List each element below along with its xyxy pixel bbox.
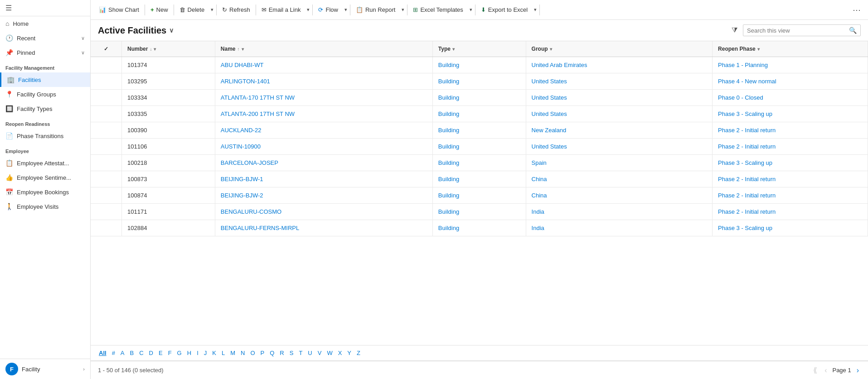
alpha-btn-l[interactable]: L — [219, 348, 228, 358]
facility-link[interactable]: ABU DHABI-WT — [221, 62, 264, 68]
row-name[interactable]: AUSTIN-10900 — [215, 139, 432, 155]
alpha-btn-e[interactable]: E — [156, 348, 165, 358]
sidebar-item-phase-transitions[interactable]: 📄 Phase Transitions — [0, 129, 90, 143]
row-name[interactable]: BENGALURU-COSMO — [215, 204, 432, 220]
row-name[interactable]: ATLANTA-200 17TH ST NW — [215, 106, 432, 122]
alpha-btn-u[interactable]: U — [305, 348, 315, 358]
alpha-btn-all[interactable]: All — [96, 348, 109, 358]
facility-link[interactable]: BENGALURU-COSMO — [221, 208, 281, 215]
facility-link[interactable]: BEIJING-BJW-2 — [221, 192, 263, 199]
row-phase[interactable]: Phase 4 - New normal — [713, 73, 868, 90]
prev-page-button[interactable]: ‹ — [823, 365, 829, 375]
sidebar-item-facility-types[interactable]: 🔲 Facility Types — [0, 101, 90, 116]
alpha-btn-o[interactable]: O — [247, 348, 257, 358]
row-group[interactable]: India — [526, 204, 712, 220]
sidebar-item-employee-sentime[interactable]: 👍 Employee Sentime... — [0, 170, 90, 185]
facility-link[interactable]: BARCELONA-JOSEP — [221, 159, 278, 166]
alpha-btn-c[interactable]: C — [136, 348, 146, 358]
row-checkbox[interactable] — [91, 187, 122, 204]
view-title-chevron[interactable]: ∨ — [169, 27, 174, 34]
facility-link[interactable]: ATLANTA-200 17TH ST NW — [221, 110, 295, 117]
row-checkbox[interactable] — [91, 204, 122, 220]
row-checkbox[interactable] — [91, 155, 122, 171]
row-checkbox[interactable] — [91, 73, 122, 90]
row-group[interactable]: China — [526, 171, 712, 187]
alpha-btn-w[interactable]: W — [324, 348, 335, 358]
alpha-btn-z[interactable]: Z — [354, 348, 363, 358]
alpha-btn-i[interactable]: I — [194, 348, 201, 358]
sidebar-item-employee-visits[interactable]: 🚶 Employee Visits — [0, 199, 90, 214]
th-reopen-phase[interactable]: Reopen Phase ▾ — [713, 41, 868, 57]
alpha-btn-b[interactable]: B — [127, 348, 137, 358]
row-phase[interactable]: Phase 2 - Initial return — [713, 187, 868, 204]
run-report-button[interactable]: 📋 Run Report — [351, 4, 400, 16]
row-phase[interactable]: Phase 3 - Scaling up — [713, 155, 868, 171]
row-group[interactable]: Spain — [526, 155, 712, 171]
row-phase[interactable]: Phase 3 - Scaling up — [713, 220, 868, 236]
email-link-button[interactable]: ✉ Email a Link — [257, 4, 305, 16]
delete-chevron[interactable]: ▾ — [209, 4, 215, 15]
th-number[interactable]: Number ↓ ▾ — [122, 41, 215, 57]
alpha-btn-d[interactable]: D — [146, 348, 156, 358]
row-name[interactable]: ABU DHABI-WT — [215, 57, 432, 73]
row-phase[interactable]: Phase 3 - Scaling up — [713, 106, 868, 122]
flow-button[interactable]: ⟳ Flow — [314, 4, 342, 16]
sidebar-item-facility-groups[interactable]: 📍 Facility Groups — [0, 87, 90, 101]
alpha-btn-m[interactable]: M — [228, 348, 238, 358]
flow-chevron[interactable]: ▾ — [343, 4, 349, 15]
alpha-btn-a[interactable]: A — [118, 348, 127, 358]
row-phase[interactable]: Phase 2 - Initial return — [713, 122, 868, 139]
alpha-btn-v[interactable]: V — [315, 348, 325, 358]
row-checkbox[interactable] — [91, 90, 122, 106]
row-checkbox[interactable] — [91, 106, 122, 122]
row-group[interactable]: United Arab Emirates — [526, 57, 712, 73]
alpha-btn-k[interactable]: K — [209, 348, 219, 358]
facility-link[interactable]: BENGALURU-FERNS-MIRPL — [221, 225, 299, 231]
more-options-button[interactable]: ⋯ — [849, 2, 864, 18]
row-name[interactable]: BENGALURU-FERNS-MIRPL — [215, 220, 432, 236]
alpha-btn-s[interactable]: S — [287, 348, 296, 358]
sidebar-item-pinned[interactable]: 📌 Pinned ∨ — [0, 45, 90, 60]
alpha-btn-h[interactable]: H — [184, 348, 194, 358]
row-phase[interactable]: Phase 0 - Closed — [713, 90, 868, 106]
excel-templates-chevron[interactable]: ▾ — [468, 4, 474, 15]
row-phase[interactable]: Phase 1 - Planning — [713, 57, 868, 73]
row-group[interactable]: China — [526, 187, 712, 204]
alpha-btn-r[interactable]: R — [277, 348, 286, 358]
delete-button[interactable]: 🗑 Delete — [175, 4, 209, 16]
row-name[interactable]: ARLINGTON-1401 — [215, 73, 432, 90]
row-phase[interactable]: Phase 2 - Initial return — [713, 171, 868, 187]
alpha-btn-t[interactable]: T — [296, 348, 305, 358]
row-group[interactable]: United States — [526, 106, 712, 122]
row-checkbox[interactable] — [91, 122, 122, 139]
first-page-button[interactable]: ⟪ — [811, 365, 819, 375]
sidebar-item-recent[interactable]: 🕐 Recent ∨ — [0, 31, 90, 45]
excel-templates-button[interactable]: ⊞ Excel Templates — [408, 4, 467, 16]
alpha-btn-g[interactable]: G — [175, 348, 184, 358]
facility-link[interactable]: AUSTIN-10900 — [221, 143, 261, 150]
alpha-btn-x[interactable]: X — [335, 348, 345, 358]
facility-link[interactable]: ARLINGTON-1401 — [221, 78, 270, 85]
show-chart-button[interactable]: 📊 Show Chart — [94, 4, 144, 16]
facility-link[interactable]: AUCKLAND-22 — [221, 127, 262, 134]
search-icon[interactable]: 🔍 — [849, 27, 857, 34]
new-button[interactable]: + New — [146, 4, 173, 16]
row-name[interactable]: BEIJING-BJW-2 — [215, 187, 432, 204]
search-input[interactable] — [747, 27, 846, 34]
row-phase[interactable]: Phase 2 - Initial return — [713, 139, 868, 155]
alpha-btn-n[interactable]: N — [238, 348, 247, 358]
row-name[interactable]: AUCKLAND-22 — [215, 122, 432, 139]
alpha-btn-j[interactable]: J — [201, 348, 210, 358]
alpha-btn-y[interactable]: Y — [344, 348, 354, 358]
alpha-btn-#[interactable]: # — [109, 348, 118, 358]
alpha-btn-f[interactable]: F — [165, 348, 175, 358]
row-name[interactable]: BARCELONA-JOSEP — [215, 155, 432, 171]
th-group[interactable]: Group ▾ — [526, 41, 712, 57]
th-name[interactable]: Name ↑ ▾ — [215, 41, 432, 57]
row-name[interactable]: ATLANTA-170 17TH ST NW — [215, 90, 432, 106]
alpha-btn-q[interactable]: Q — [267, 348, 277, 358]
refresh-button[interactable]: ↻ Refresh — [218, 4, 255, 16]
row-group[interactable]: United States — [526, 139, 712, 155]
row-checkbox[interactable] — [91, 57, 122, 73]
email-chevron[interactable]: ▾ — [305, 4, 311, 15]
